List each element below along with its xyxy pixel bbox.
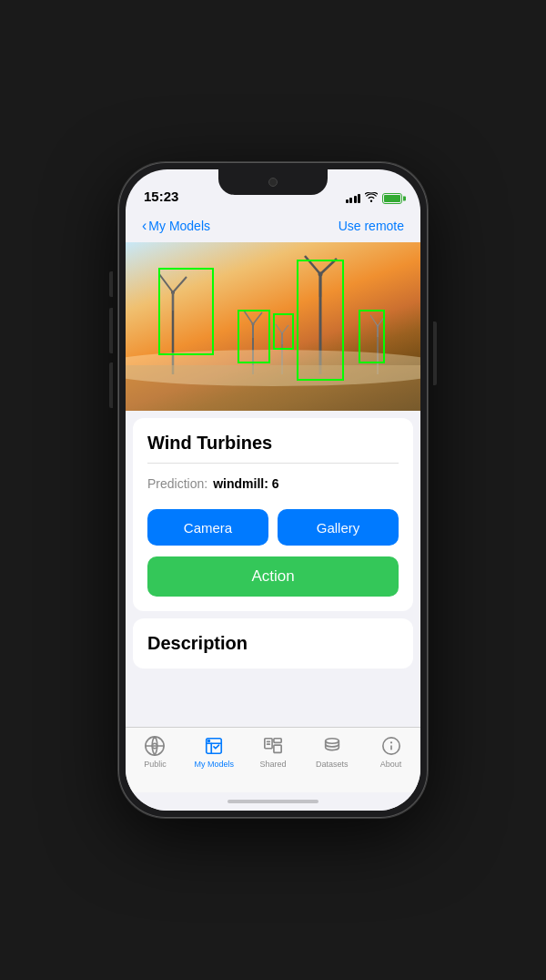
camera-button[interactable]: Camera bbox=[147, 509, 268, 546]
tab-shared[interactable]: Shared bbox=[248, 735, 298, 769]
svg-line-12 bbox=[276, 324, 282, 333]
navigation-bar: ‹ My Models Use remote bbox=[126, 209, 420, 242]
shared-tab-label: Shared bbox=[259, 760, 286, 769]
notch bbox=[218, 169, 328, 195]
wifi-icon bbox=[365, 192, 378, 204]
prediction-row: Prediction: windmill: 6 bbox=[147, 476, 399, 491]
tab-my-models[interactable]: My Models bbox=[188, 735, 239, 769]
svg-line-23 bbox=[378, 316, 385, 326]
mute-button[interactable] bbox=[109, 271, 113, 297]
svg-line-22 bbox=[370, 315, 378, 326]
tab-public[interactable]: Public bbox=[129, 735, 180, 769]
model-card: Wind Turbines Prediction: windmill: 6 Ca… bbox=[133, 418, 413, 611]
gallery-button[interactable]: Gallery bbox=[278, 509, 399, 546]
about-tab-label: About bbox=[380, 760, 402, 769]
turbines-svg bbox=[126, 242, 420, 411]
front-camera bbox=[268, 178, 278, 187]
tab-datasets[interactable]: Datasets bbox=[307, 735, 358, 769]
prediction-value: windmill: 6 bbox=[213, 476, 278, 491]
detection-image-container bbox=[126, 242, 420, 411]
my-models-icon bbox=[203, 735, 225, 757]
datasets-icon bbox=[321, 735, 343, 757]
back-label: My Models bbox=[148, 219, 210, 233]
volume-up-button[interactable] bbox=[109, 308, 113, 353]
about-icon bbox=[380, 735, 402, 757]
svg-line-13 bbox=[282, 325, 288, 333]
home-indicator bbox=[126, 792, 420, 811]
svg-line-18 bbox=[320, 259, 337, 274]
datasets-tab-label: Datasets bbox=[316, 760, 349, 769]
volume-down-button[interactable] bbox=[109, 362, 113, 408]
svg-point-31 bbox=[208, 740, 210, 742]
prediction-label: Prediction: bbox=[147, 476, 207, 491]
svg-line-7 bbox=[244, 311, 253, 324]
status-icons bbox=[346, 192, 403, 204]
model-title: Wind Turbines bbox=[147, 433, 399, 454]
public-tab-label: Public bbox=[144, 760, 167, 769]
chevron-left-icon: ‹ bbox=[142, 218, 147, 234]
tab-bar: Public My Models bbox=[126, 727, 420, 792]
svg-line-17 bbox=[305, 256, 320, 274]
svg-rect-32 bbox=[265, 739, 272, 749]
status-time: 15:23 bbox=[144, 189, 178, 204]
power-button[interactable] bbox=[433, 322, 437, 385]
tab-about[interactable]: About bbox=[366, 735, 417, 769]
use-remote-button[interactable]: Use remote bbox=[339, 219, 404, 233]
svg-line-3 bbox=[173, 277, 187, 292]
my-models-tab-label: My Models bbox=[194, 760, 234, 769]
svg-line-2 bbox=[159, 274, 173, 292]
svg-rect-34 bbox=[274, 745, 281, 752]
main-content: Wind Turbines Prediction: windmill: 6 Ca… bbox=[126, 242, 420, 727]
phone-frame: 15:23 bbox=[118, 162, 428, 818]
description-card: Description bbox=[133, 618, 413, 669]
divider bbox=[147, 463, 399, 464]
description-title: Description bbox=[147, 633, 399, 654]
back-button[interactable]: ‹ My Models bbox=[142, 218, 210, 234]
media-buttons: Camera Gallery bbox=[147, 509, 399, 546]
action-button[interactable]: Action bbox=[147, 556, 399, 597]
svg-line-8 bbox=[253, 312, 262, 324]
svg-point-37 bbox=[325, 739, 339, 744]
shared-icon bbox=[262, 735, 284, 757]
signal-icon bbox=[346, 194, 361, 203]
phone-screen: 15:23 bbox=[126, 169, 420, 811]
battery-icon bbox=[382, 193, 402, 204]
public-icon bbox=[144, 735, 166, 757]
svg-rect-33 bbox=[274, 739, 281, 743]
svg-point-26 bbox=[126, 350, 420, 386]
